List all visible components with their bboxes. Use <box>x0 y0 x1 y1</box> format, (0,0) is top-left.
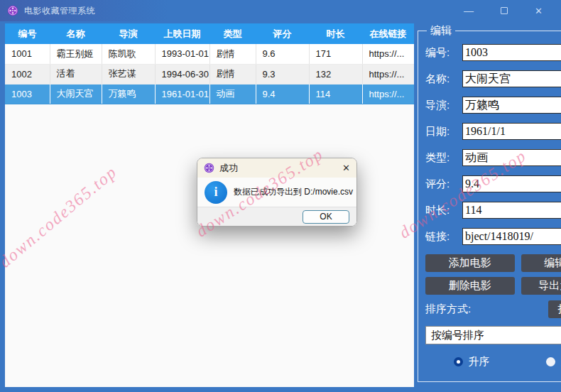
add-movie-button[interactable]: 添加电影 <box>425 254 515 272</box>
minimize-button[interactable]: — <box>464 5 474 16</box>
header-date[interactable]: 上映日期 <box>155 23 209 44</box>
field-row-name: 名称: <box>425 70 561 87</box>
table-cell[interactable]: 剧情 <box>209 44 256 64</box>
window-title: 电影收藏管理系统 <box>24 5 95 17</box>
header-link[interactable]: 在线链接 <box>362 23 414 44</box>
type-field[interactable] <box>462 149 561 166</box>
table-header-row: 编号 名称 导演 上映日期 类型 评分 时长 在线链接 <box>5 23 414 44</box>
maximize-button[interactable] <box>501 5 508 16</box>
minimize-icon: — <box>464 7 474 14</box>
radio-unselected-icon <box>546 357 555 366</box>
header-name[interactable]: 名称 <box>50 23 102 44</box>
table-cell[interactable]: 9.6 <box>256 44 309 64</box>
rating-field[interactable] <box>462 175 561 192</box>
table-cell[interactable]: 活着 <box>50 64 102 84</box>
success-dialog: 成功 ✕ i 数据已成功导出到 D:/movie.csv OK <box>197 158 357 227</box>
radio-ascending[interactable]: 升序 <box>454 355 490 369</box>
delete-movie-button[interactable]: 删除电影 <box>425 277 515 295</box>
field-row-id: 编号: <box>425 44 561 61</box>
table-cell[interactable]: 1961-01-01 <box>155 84 209 104</box>
table-cell[interactable]: 1994-06-30 <box>155 64 209 84</box>
link-field[interactable] <box>462 228 561 245</box>
table-cell[interactable]: 动画 <box>209 84 256 104</box>
movies-table: 编号 名称 导演 上映日期 类型 评分 时长 在线链接 1001 霸王别姬 陈凯… <box>5 23 414 104</box>
dialog-footer: OK <box>197 207 356 226</box>
table-cell[interactable]: 1993-01-01 <box>155 44 209 64</box>
ascending-label: 升序 <box>469 355 490 369</box>
field-row-date: 日期: ▲ ▼ <box>425 123 561 140</box>
id-label: 编号: <box>425 46 462 60</box>
titlebar: 电影收藏管理系统 — ✕ <box>0 0 561 21</box>
table-cell[interactable]: 陈凯歌 <box>102 44 155 64</box>
table-cell[interactable]: 大闹天宫 <box>50 84 102 104</box>
ok-button[interactable]: OK <box>303 210 349 224</box>
header-director[interactable]: 导演 <box>102 23 155 44</box>
table-cell[interactable]: 9.3 <box>256 64 309 84</box>
table-cell[interactable]: 1001 <box>5 44 50 64</box>
table-cell[interactable]: 114 <box>309 84 362 104</box>
action-buttons: 添加电影 编辑电影 删除电影 导出为CSV <box>425 254 561 295</box>
table-cell[interactable]: 霸王别姬 <box>50 44 102 64</box>
table-cell[interactable]: 9.4 <box>256 84 309 104</box>
edit-panel: 编辑 编号: 名称: 导演: 日期: ▲ ▼ 类型: <box>418 24 561 382</box>
director-label: 导演: <box>425 99 462 112</box>
sort-select-value: 按编号排序 <box>431 329 484 342</box>
close-icon: ✕ <box>535 6 543 16</box>
header-type[interactable]: 类型 <box>209 23 256 44</box>
table-cell[interactable]: https://... <box>362 84 414 104</box>
date-label: 日期: <box>425 125 462 138</box>
sort-order-radios: 升序 降序 <box>425 355 561 369</box>
table-cell[interactable]: 剧情 <box>209 64 256 84</box>
table-row: 1002 活着 张艺谋 1994-06-30 剧情 9.3 132 https:… <box>5 64 414 84</box>
radio-selected-icon <box>454 357 463 366</box>
sort-label: 排序方式: <box>425 303 548 316</box>
export-csv-button[interactable]: 导出为CSV <box>521 277 561 295</box>
table-row: 1001 霸王别姬 陈凯歌 1993-01-01 剧情 9.6 171 http… <box>5 44 414 64</box>
dialog-close-button[interactable]: ✕ <box>342 163 350 173</box>
field-row-type: 类型: <box>425 149 561 166</box>
close-button[interactable]: ✕ <box>535 5 543 16</box>
maximize-icon <box>501 7 508 14</box>
app-window: 电影收藏管理系统 — ✕ 编号 名称 导演 上映日期 类型 评分 时长 <box>0 0 561 392</box>
director-field[interactable] <box>462 97 561 114</box>
name-label: 名称: <box>425 72 462 86</box>
header-duration[interactable]: 时长 <box>309 23 362 44</box>
field-row-duration: 时长: <box>425 202 561 219</box>
film-reel-icon <box>7 5 18 16</box>
window-controls: — ✕ <box>464 5 554 16</box>
info-icon: i <box>205 181 227 204</box>
dialog-title: 成功 <box>219 162 238 175</box>
field-row-director: 导演: <box>425 97 561 114</box>
sort-row: 排序方式: 打开链接 <box>425 300 561 318</box>
radio-descending[interactable]: 降序 <box>546 355 561 369</box>
type-label: 类型: <box>425 151 462 165</box>
dialog-message: 数据已成功导出到 D:/movie.csv <box>234 186 353 198</box>
field-row-link: 链接: <box>425 228 561 245</box>
link-label: 链接: <box>425 230 462 244</box>
table-cell[interactable]: 张艺谋 <box>102 64 155 84</box>
table-cell[interactable]: 1003 <box>5 84 50 104</box>
header-id[interactable]: 编号 <box>5 23 50 44</box>
table-row-selected: 1003 大闹天宫 万籁鸣 1961-01-01 动画 9.4 114 http… <box>5 84 414 104</box>
table-cell[interactable]: https://... <box>362 64 414 84</box>
id-field[interactable] <box>462 44 561 61</box>
edit-movie-button[interactable]: 编辑电影 <box>521 254 561 272</box>
duration-label: 时长: <box>425 204 462 217</box>
table-cell[interactable]: 132 <box>309 64 362 84</box>
rating-label: 评分: <box>425 178 462 191</box>
date-field[interactable] <box>462 123 561 140</box>
table-cell[interactable]: 171 <box>309 44 362 64</box>
field-row-rating: 评分: <box>425 175 561 192</box>
sort-select[interactable]: 按编号排序 ⌄ <box>425 326 561 344</box>
dialog-titlebar: 成功 ✕ <box>197 158 356 178</box>
header-rating[interactable]: 评分 <box>256 23 309 44</box>
table-cell[interactable]: 1002 <box>5 64 50 84</box>
duration-field[interactable] <box>462 202 561 219</box>
edit-panel-title: 编辑 <box>427 24 455 38</box>
film-reel-icon <box>204 163 214 173</box>
open-link-button[interactable]: 打开链接 <box>548 300 561 318</box>
table-cell[interactable]: 万籁鸣 <box>102 84 155 104</box>
dialog-body: i 数据已成功导出到 D:/movie.csv <box>197 178 356 207</box>
name-field[interactable] <box>462 70 561 87</box>
table-cell[interactable]: https://... <box>362 44 414 64</box>
